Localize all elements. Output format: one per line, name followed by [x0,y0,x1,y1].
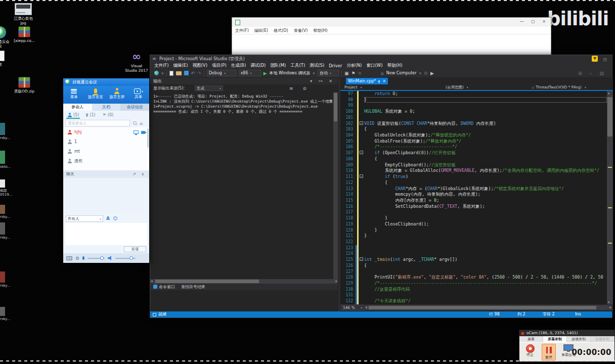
remote-machine-label[interactable]: New Computer [386,71,417,75]
collapse-icon[interactable]: − [360,151,363,154]
count-person[interactable]: (5) [67,111,79,119]
meeting-toolbar-share-button[interactable]: ▾共享 [128,86,150,104]
editor-horizontal-scrollbar[interactable]: ◂ ▸ [365,305,612,310]
new-file-icon[interactable] [169,71,173,76]
code-line[interactable]: 108 { [340,156,607,162]
slider-knob[interactable] [129,256,133,260]
vs-menu-item[interactable]: 分析(N) [346,63,362,69]
edge-icon-sliver[interactable] [0,307,5,316]
scrollbar-thumb[interactable] [607,97,612,136]
desktop-icon[interactable]: 教 [0,51,15,67]
ocam-titlebar[interactable]: oCam (186, 0, 2374, 1401) [519,330,614,336]
vs-menu-item[interactable]: 生成(B) [231,63,246,69]
collapse-icon[interactable]: − [360,257,363,261]
output-horizontal-scrollbar[interactable]: ◂ ▸ [150,279,338,284]
platform-dropdown[interactable]: x86▾ [239,70,261,76]
vs-menu-item[interactable]: 测试(S) [310,63,324,69]
meeting-toolbar-menu-button[interactable]: 菜单 [63,86,85,104]
collapse-icon[interactable]: − [360,174,363,178]
count-flag[interactable]: ⚑(0) [103,111,114,119]
code-line[interactable]: 113 CHAR*内存 = (CHAR*)GlobalLock(系统对象);/*… [340,186,607,192]
gear-icon[interactable]: ⚙ [75,256,79,261]
vs-menu-item[interactable]: 项目(P) [212,63,227,69]
code-line[interactable]: 100HGLOBAL 系统对象 = 0; [340,109,607,115]
desktop-icon[interactable]: [xiepp.co... [9,26,39,43]
toolbar-right-icons[interactable]: ⊞ ⌕ ▤ [578,70,607,76]
auto-dropdown[interactable]: 自动▾ [318,70,339,76]
speaker-icon[interactable] [108,256,112,260]
code-line[interactable]: 98} [340,97,607,103]
mic-icon[interactable] [82,256,84,260]
notepad-titlebar[interactable]: — ▢ × [232,18,551,27]
code-line[interactable]: 115 内存[内存长度] = 0; [340,198,607,204]
code-line[interactable]: 124 [340,251,607,257]
feedback-icon[interactable]: ▼ [592,56,598,62]
scroll-right-arrow[interactable]: ▸ [335,279,337,284]
chat-header-icons[interactable]: ↗ ∨ [133,170,146,178]
bookmark-icon[interactable]: ⚑ [351,70,355,76]
vs-menu-item[interactable]: 调试(D) [250,63,266,69]
notepad-menu-item[interactable]: 文件(F) [235,28,249,33]
pin-icon[interactable] [378,80,380,82]
desktop-icon[interactable]: 江津心晨包jpg [8,3,38,25]
participant-row[interactable]: mt [63,147,149,156]
chat-input[interactable] [65,223,147,245]
edge-icon-sliver[interactable] [0,179,5,188]
code-line[interactable]: 123 [340,245,607,251]
vs-menu-item[interactable]: 视图(V) [193,63,207,69]
vs-menu-item[interactable]: 编辑(E) [173,63,188,69]
desktop-icon[interactable]: ∞VisualStudio 2017 [121,51,152,73]
meeting-tab-2[interactable]: 会议信息 [120,104,149,111]
meeting-titlebar[interactable]: 好视通云会议 [63,78,149,86]
code-line[interactable]: 117 [340,209,607,215]
settings-icon[interactable]: ⚙ [424,70,428,76]
tab-winmain-cpp[interactable]: WinMain.cpp* × [346,78,388,84]
code-line[interactable]: 105 GlobalFree(系统对象);/*释放对象内存*/ [340,139,607,145]
code-line[interactable]: 110 系统对象 = GlobalAlloc(GMEM_MOVEABLE, 内存… [340,168,607,174]
edge-icon-sliver[interactable] [0,205,5,214]
code-line[interactable]: 129 /*----------------------------------… [340,281,607,287]
search-input[interactable]: 搜索参会人 [65,120,130,126]
meeting-tab-0[interactable]: 参会人 [63,104,92,111]
scrollbar-thumb[interactable] [369,306,596,309]
vs-menu-item[interactable]: 帮助(H) [387,63,402,69]
participant-row[interactable]: 洒然 [63,156,149,166]
configuration-dropdown[interactable]: Debug▾ [207,70,236,76]
code-line[interactable]: 119 CloseClipboard(); [340,221,607,228]
vs-menu-item[interactable]: 工具(T) [290,63,305,69]
code-line[interactable]: 101 [340,115,607,121]
code-line[interactable]: 121} [340,233,607,239]
intellitrace-icon[interactable] [154,71,159,75]
scroll-down-arrow[interactable]: ▾ [608,300,610,304]
code-line[interactable]: 109 EmptyClipboard();//清空剪切板 [340,162,607,168]
code-line[interactable]: 116 SetClipboardData(CF_TEXT, 系统对象); [340,204,607,210]
nav-scope-dropdown[interactable]: (全局范围)▾ [442,84,528,90]
code-line[interactable]: 128 PrintUI("新程序.exe", "自定义标题", "color 0… [340,275,607,281]
participant-row[interactable]: 1 [63,137,149,147]
toolbar-icon[interactable]: ≋ [358,70,362,76]
vs-menu-item[interactable]: 团队(M) [270,63,286,69]
run-icon[interactable]: ▶ [430,70,434,76]
toolbar-icon[interactable]: ▣ [344,70,349,76]
list-scrollbar[interactable] [147,128,149,148]
recipient-dropdown[interactable]: 所有人 [66,215,103,222]
nav-member-dropdown[interactable]: ◎ThreadTwo(VOID * PArg)▾ [528,84,613,90]
list-view-icon[interactable]: ≡ [140,121,144,126]
scrollbar-thumb[interactable] [155,280,259,283]
chat-header[interactable]: 聊天 ↗ ∨ [63,170,149,178]
code-line[interactable]: 111− if (true) [340,174,607,180]
slider-knob[interactable] [100,256,104,260]
editor-zoom-dropdown[interactable]: 146 %▾ [341,305,364,310]
start-debug-label[interactable]: 本地 Windows 调试器 [270,70,311,76]
send-button[interactable]: 发送 [124,246,146,252]
code-line[interactable]: 127 [340,269,607,275]
font-button[interactable]: A [106,216,110,221]
ocam-tab-1[interactable]: 屏幕录制 [543,336,567,342]
meeting-toolbar-person-button[interactable]: 放弃主讲 [106,86,128,104]
code-line[interactable]: 107− if (OpenClipboard(0))//打开剪切板 [340,150,607,156]
notepad-menu-item[interactable]: 编辑(E) [254,28,268,33]
notepad-menu-item[interactable]: 帮助(H) [313,28,327,33]
emoji-button[interactable]: ☺ [113,216,117,221]
code-line[interactable]: 112 { [340,180,607,186]
desktop-icon[interactable]: 原版OD.zip [9,77,39,94]
